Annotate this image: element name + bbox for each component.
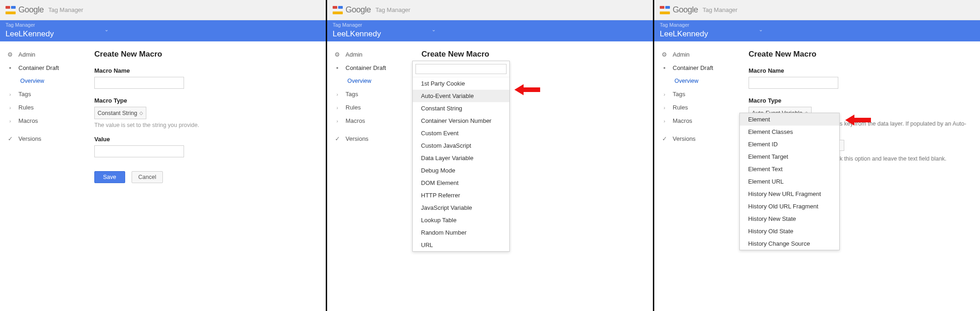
macro-type-label: Macro Type xyxy=(749,97,971,104)
folder-icon: ▪ xyxy=(334,64,341,71)
variable-type-option[interactable]: History Change Source xyxy=(740,237,839,250)
sidebar-versions-label: Versions xyxy=(673,135,696,142)
sidebar-admin[interactable]: ⚙Admin xyxy=(659,48,735,61)
variable-type-option[interactable]: Element Classes xyxy=(740,126,839,138)
macro-name-input[interactable] xyxy=(749,77,838,89)
variable-type-option[interactable]: Element Target xyxy=(740,150,839,163)
sidebar-rules[interactable]: ›Rules xyxy=(659,101,735,114)
page-title: Create New Macro xyxy=(749,50,971,59)
macro-type-selected: Constant String xyxy=(98,110,137,116)
macro-type-label: Macro Type xyxy=(94,97,317,104)
sidebar-overview-label: Overview xyxy=(674,78,698,84)
macro-type-option[interactable]: DOM Element xyxy=(413,177,509,189)
sidebar-tags[interactable]: ›Tags xyxy=(332,87,408,101)
folder-icon: ▪ xyxy=(6,64,14,71)
chevron-right-icon: › xyxy=(6,118,14,124)
macro-type-option[interactable]: HTTP Referrer xyxy=(413,189,509,202)
sidebar-rules[interactable]: ›Rules xyxy=(5,101,81,114)
value-input[interactable] xyxy=(94,145,184,157)
gtm-logo-icon xyxy=(333,6,343,14)
folder-icon: ▪ xyxy=(661,64,668,71)
sidebar-admin[interactable]: ⚙Admin xyxy=(5,48,81,61)
sidebar-macros[interactable]: ›Macros xyxy=(332,114,408,127)
macro-name-label: Macro Name xyxy=(749,67,971,74)
variable-type-option[interactable]: Element Text xyxy=(740,163,839,175)
account-dropdown-caret[interactable]: ⌄ xyxy=(432,27,436,33)
sidebar-container-draft[interactable]: ▪Container Draft xyxy=(5,61,81,75)
cancel-button[interactable]: Cancel xyxy=(132,171,163,183)
macro-type-option[interactable]: Auto-Event Variable xyxy=(413,90,509,102)
macro-type-dropdown: 1st Party Cookie Auto-Event Variable Con… xyxy=(412,61,510,252)
macro-name-label: Macro Name xyxy=(94,67,317,74)
breadcrumb[interactable]: Tag Manager xyxy=(660,22,689,28)
sidebar-overview-label: Overview xyxy=(20,78,44,84)
page-title: Create New Macro xyxy=(421,50,644,59)
sidebar-versions[interactable]: ✓Versions xyxy=(5,132,81,145)
tag-icon: ✓ xyxy=(661,135,668,142)
macro-type-option[interactable]: JavaScript Variable xyxy=(413,202,509,214)
account-name[interactable]: LeeLKennedy xyxy=(660,29,708,39)
sidebar-overview[interactable]: Overview xyxy=(659,75,735,87)
top-bar: Google Tag Manager xyxy=(327,0,653,20)
variable-type-option[interactable]: Element URL xyxy=(740,175,839,188)
sidebar: ⚙Admin ▪Container Draft Overview ›Tags ›… xyxy=(327,41,412,152)
macro-type-option[interactable]: URL xyxy=(413,239,509,251)
gtm-logo: Google Tag Manager xyxy=(6,5,83,15)
sidebar-container-draft[interactable]: ▪Container Draft xyxy=(332,61,408,75)
gear-icon: ⚙ xyxy=(661,51,668,58)
macro-type-option[interactable]: 1st Party Cookie xyxy=(413,77,509,90)
breadcrumb[interactable]: Tag Manager xyxy=(333,22,362,28)
macro-type-option[interactable]: Debug Mode xyxy=(413,164,509,177)
save-button[interactable]: Save xyxy=(94,171,125,183)
account-bar: Tag Manager LeeLKennedy ⌄ xyxy=(327,20,653,41)
macro-type-option[interactable]: Lookup Table xyxy=(413,214,509,226)
macro-type-option[interactable]: Container Version Number xyxy=(413,115,509,127)
chevron-right-icon: › xyxy=(334,118,341,124)
sidebar-tags-label: Tags xyxy=(346,91,358,98)
sidebar: ⚙Admin ▪Container Draft Overview ›Tags ›… xyxy=(0,41,85,191)
caret-icon: ◇ xyxy=(139,110,143,115)
sidebar-macros[interactable]: ›Macros xyxy=(659,114,735,127)
account-bar: Tag Manager LeeLKennedy ⌄ xyxy=(654,20,980,41)
sidebar-container-draft[interactable]: ▪Container Draft xyxy=(659,61,735,75)
variable-type-option[interactable]: Element ID xyxy=(740,138,839,150)
sidebar-admin[interactable]: ⚙Admin xyxy=(332,48,408,61)
macro-type-option[interactable]: Custom JavaScript xyxy=(413,139,509,152)
sidebar-container-label: Container Draft xyxy=(18,64,59,71)
variable-type-option[interactable]: History Old State xyxy=(740,225,839,237)
macro-type-select[interactable]: Constant String ◇ xyxy=(94,107,146,119)
variable-type-option[interactable]: History New URL Fragment xyxy=(740,188,839,200)
sidebar-container-label: Container Draft xyxy=(673,64,713,71)
macro-type-option[interactable]: Custom Event xyxy=(413,127,509,139)
hint-blank: k this option and leave the text field b… xyxy=(840,156,946,162)
variable-type-option[interactable]: Element xyxy=(740,113,839,126)
macro-type-option[interactable]: Constant String xyxy=(413,102,509,115)
macro-type-option[interactable]: Data Layer Variable xyxy=(413,152,509,164)
account-dropdown-caret[interactable]: ⌄ xyxy=(104,27,109,33)
breadcrumb[interactable]: Tag Manager xyxy=(6,22,35,28)
variable-type-option[interactable]: History Old URL Fragment xyxy=(740,200,839,213)
variable-type-option[interactable]: History New State xyxy=(740,213,839,225)
value-label: Value xyxy=(94,136,317,143)
page-title: Create New Macro xyxy=(94,50,317,59)
dropdown-search-input[interactable] xyxy=(415,64,507,74)
sidebar-macros[interactable]: ›Macros xyxy=(5,114,81,127)
sidebar-tags[interactable]: ›Tags xyxy=(5,87,81,101)
sidebar-overview[interactable]: Overview xyxy=(332,75,408,87)
account-dropdown-caret[interactable]: ⌄ xyxy=(759,27,763,33)
brand-google: Google xyxy=(673,5,698,15)
partial-select-edge xyxy=(840,140,844,151)
account-name[interactable]: LeeLKennedy xyxy=(6,29,54,39)
macro-name-input[interactable] xyxy=(94,77,184,89)
svg-marker-1 xyxy=(845,115,871,126)
sidebar-overview[interactable]: Overview xyxy=(5,75,81,87)
sidebar-versions[interactable]: ✓Versions xyxy=(332,132,408,145)
sidebar-versions[interactable]: ✓Versions xyxy=(659,132,735,145)
panel-step-1: Google Tag Manager Tag Manager LeeLKenne… xyxy=(0,0,327,311)
account-name[interactable]: LeeLKennedy xyxy=(333,29,381,39)
sidebar-rules[interactable]: ›Rules xyxy=(332,101,408,114)
sidebar-admin-label: Admin xyxy=(673,51,690,58)
tag-icon: ✓ xyxy=(6,135,14,142)
macro-type-option[interactable]: Random Number xyxy=(413,226,509,239)
sidebar-tags[interactable]: ›Tags xyxy=(659,87,735,101)
